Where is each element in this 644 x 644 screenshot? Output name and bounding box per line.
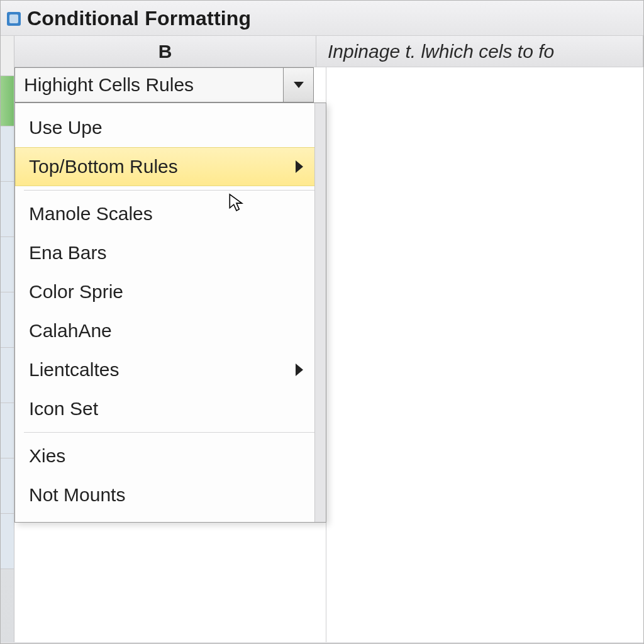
menu-item[interactable]: Ena Bars: [15, 233, 326, 272]
menu-item[interactable]: Top/Bottom Rules: [15, 147, 326, 186]
row-header-selected[interactable]: [1, 76, 14, 126]
row-header[interactable]: [1, 514, 14, 569]
sheet-area: B Inpinage t. lwhich cels to fo Highight…: [14, 36, 643, 642]
row-header[interactable]: [1, 126, 14, 182]
menu-item-label: Lientcaltes: [29, 359, 119, 380]
column-header-b[interactable]: B: [14, 36, 316, 67]
hint-text: Inpinage t. lwhich cels to fo: [316, 36, 643, 67]
menu-item-label: Use Upe: [29, 117, 103, 138]
menu-item[interactable]: Use Upe: [15, 108, 326, 147]
row-header[interactable]: [1, 182, 14, 237]
workspace: B Inpinage t. lwhich cels to fo Highight…: [1, 36, 643, 642]
menu-item[interactable]: CalahAne: [15, 311, 326, 350]
title-bar: Conditional Formatting: [1, 1, 643, 36]
rule-type-dropdown: Use UpeTop/Bottom RulesManole ScalesEna …: [14, 103, 326, 523]
menu-item-label: Manole Scales: [29, 203, 153, 225]
menu-item-label: Ena Bars: [29, 242, 106, 264]
submenu-arrow-icon: [296, 364, 303, 376]
dropdown-scrollbar[interactable]: [314, 103, 326, 522]
menu-item-label: Xies: [29, 445, 65, 467]
combobox-dropdown-button[interactable]: [283, 68, 313, 102]
menu-item-label: Not Mounts: [29, 484, 125, 506]
menu-item[interactable]: Color Sprie: [15, 272, 326, 311]
row-header[interactable]: [1, 403, 14, 458]
menu-item-label: Color Sprie: [29, 281, 123, 303]
row-header[interactable]: [1, 458, 14, 514]
menu-item-label: Icon Set: [29, 398, 98, 419]
menu-item[interactable]: Lientcaltes: [15, 350, 326, 389]
rule-type-combobox[interactable]: Highight Cells Rules: [14, 67, 314, 103]
menu-separator: [24, 432, 317, 433]
row-header[interactable]: [1, 36, 14, 76]
row-header[interactable]: [1, 348, 14, 403]
combobox-value: Highight Cells Rules: [15, 72, 283, 98]
chevron-down-icon: [294, 82, 304, 88]
menu-item-label: CalahAne: [29, 320, 112, 341]
submenu-arrow-icon: [296, 160, 303, 173]
row-header[interactable]: [1, 292, 14, 348]
menu-separator: [24, 190, 317, 191]
menu-item[interactable]: Manole Scales: [15, 194, 326, 233]
menu-item[interactable]: Not Mounts: [15, 475, 326, 514]
row-header[interactable]: [1, 237, 14, 292]
row-headers-strip: [1, 36, 14, 642]
content-pane: [326, 67, 643, 642]
app-window: Conditional Formatting B Inpinage t. lwh…: [0, 0, 644, 644]
menu-item[interactable]: Xies: [15, 436, 326, 475]
column-header-row: B Inpinage t. lwhich cels to fo: [14, 36, 643, 67]
menu-item[interactable]: Icon Set: [15, 389, 326, 428]
window-title: Conditional Formatting: [27, 7, 251, 30]
menu-item-label: Top/Bottom Rules: [29, 156, 178, 177]
app-icon: [7, 12, 21, 26]
